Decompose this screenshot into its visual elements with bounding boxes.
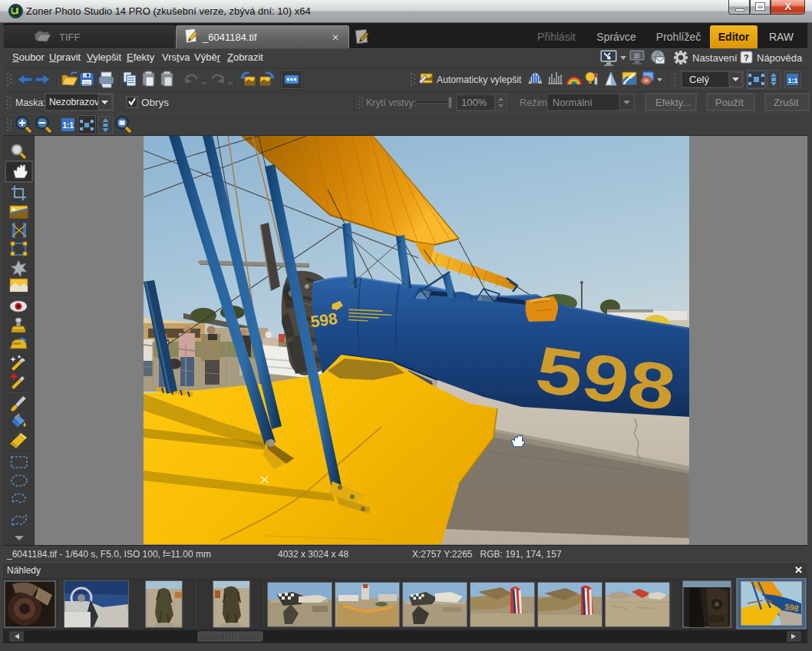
svg-text:Automaticky vylepšit: Automaticky vylepšit — [437, 74, 522, 85]
svg-text:Režim:: Režim: — [520, 97, 550, 108]
svg-text:Efekty...: Efekty... — [655, 97, 691, 108]
svg-text:1:1: 1:1 — [788, 77, 798, 84]
svg-text:Obrys: Obrys — [141, 97, 169, 108]
svg-text:1:1: 1:1 — [63, 121, 74, 130]
svg-text:Maska:: Maska: — [15, 97, 46, 108]
svg-text:598: 598 — [309, 309, 338, 331]
svg-text:Krytí vrstvy:: Krytí vrstvy: — [366, 97, 416, 108]
svg-text:Nápověda: Nápověda — [757, 52, 803, 64]
svg-text:2: 2 — [635, 53, 639, 60]
svg-text:Normální: Normální — [553, 97, 592, 108]
svg-text:Použít: Použít — [715, 97, 744, 108]
svg-text:?: ? — [744, 53, 749, 62]
svg-text:Zrušit: Zrušit — [774, 97, 799, 108]
svg-text:100%: 100% — [461, 97, 487, 108]
svg-text:Celý: Celý — [689, 74, 710, 85]
svg-text:Nastavení: Nastavení — [692, 52, 738, 64]
